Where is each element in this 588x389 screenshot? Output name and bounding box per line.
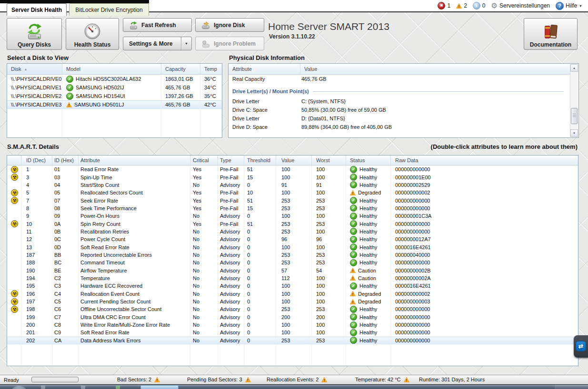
column-header-model[interactable]: Model <box>62 64 161 74</box>
column-header-flag[interactable] <box>7 156 21 165</box>
smart-row[interactable]: 194C2TemperatureNoAdvisory0112100!Cautio… <box>7 274 578 282</box>
column-header-temp[interactable]: Temp <box>200 64 222 74</box>
attr-type: Advisory <box>220 252 240 258</box>
smart-row[interactable]: 195C3Hardware ECC RecoveredNoAdvisory010… <box>7 282 578 290</box>
column-header-value[interactable]: Value <box>276 156 312 165</box>
error-count-group[interactable]: ✖ 1 <box>438 2 450 10</box>
scroll-up-button[interactable]: ▲ <box>570 64 578 72</box>
worst-value: 96 <box>316 236 322 242</box>
worst-value: 253 <box>316 252 325 258</box>
column-header-disk[interactable]: Disk▲ <box>7 64 62 74</box>
smart-row[interactable]: ☢196C4Reallocation Event CountNoAdvisory… <box>7 290 578 298</box>
settings-more-button[interactable]: Settings & More ▼ <box>123 37 192 50</box>
smart-row[interactable]: 200C8Write Error Rate/Multi-Zone Error R… <box>7 321 578 329</box>
taskbar-tray-area[interactable] <box>555 385 588 389</box>
column-header-raw-data[interactable]: Raw Data <box>391 156 578 165</box>
column-header-attribute[interactable]: Attribute <box>229 64 300 74</box>
smart-table-body: ☢101Read Error RateYesPre-Fail51100100✓H… <box>7 165 578 344</box>
info-count-group[interactable]: i 0 <box>473 2 486 10</box>
scrollbar[interactable]: ▲ ▼ <box>570 64 578 137</box>
column-header-status[interactable]: Status <box>346 156 391 165</box>
smart-row[interactable]: 199C7Ultra DMA CRC Error CountNoAdvisory… <box>7 313 578 321</box>
id-hex: 07 <box>54 198 60 204</box>
smart-row[interactable]: 188BCCommand TimeoutNoAdvisory0253253✓He… <box>7 259 578 266</box>
status-label: Healthy <box>359 314 377 320</box>
tab-server-disk-health[interactable]: Server Disk Health <box>7 3 67 16</box>
smart-row[interactable]: 909Power-On HoursNoAdvisory0100100✓Healt… <box>7 212 578 220</box>
id-hex: CA <box>54 338 61 343</box>
disk-row[interactable]: \\.\PHYSICALDRIVE2✓SAMSUNG HD154UI1397,2… <box>7 92 222 100</box>
app-version: Version 3.1.10.22 <box>269 33 315 40</box>
warning-count-group[interactable]: ! 2 <box>456 2 467 9</box>
taskbar-active-app-button[interactable] <box>140 385 179 389</box>
smart-row[interactable]: ☢303Spin-Up TimeYesPre-Fail15100100✓Heal… <box>7 173 578 181</box>
critical-flag: Yes <box>193 166 201 172</box>
smart-row[interactable]: 187BBReported Uncorrectable ErrorsNoAdvi… <box>7 251 578 259</box>
ignore-disk-button[interactable]: Ignore Disk <box>195 18 264 32</box>
taskbar-icon[interactable] <box>81 386 85 389</box>
smart-row[interactable]: 201C9Soft Read Error RateNoAdvisory01001… <box>7 329 578 336</box>
smart-row[interactable]: ☢707Seek Error RateYesPre-Fail51253253✓H… <box>7 196 578 204</box>
fast-refresh-button[interactable]: Fast Refresh <box>123 18 192 32</box>
windows-taskbar[interactable] <box>0 384 588 389</box>
scroll-thumb[interactable] <box>571 108 578 124</box>
column-header-threshold[interactable]: Threshold <box>244 156 276 165</box>
disk-row[interactable]: \\.\PHYSICALDRIVE0✓Hitachi HDS5C3020ALA6… <box>7 75 222 83</box>
column-header-id-dec[interactable]: ID (Dec) <box>21 156 52 165</box>
current-value: 91 <box>281 182 287 188</box>
health-status-button[interactable]: Health Status <box>66 18 119 50</box>
quickconnect-handle[interactable]: ⇄ <box>574 335 588 358</box>
column-header-capacity[interactable]: Capacity <box>161 64 200 74</box>
smart-row[interactable]: ☢101Read Error RateYesPre-Fail51100100✓H… <box>7 165 578 173</box>
smart-row[interactable]: 120CPower Cycle CountNoAdvisory09696✓Hea… <box>7 235 578 243</box>
server-settings-label: Servereinstellungen <box>499 2 550 9</box>
app-window: Server Disk Health BitLocker Drive Encry… <box>0 0 588 389</box>
smart-row[interactable]: 404Start/Stop CountNoAdvisory09191✓Healt… <box>7 181 578 189</box>
smart-row[interactable]: 190BEAirflow TemperatureNoAdvisory05754!… <box>7 266 578 274</box>
raw-data: 000000000000 <box>395 330 430 335</box>
statusbar-item: Pending Bad Sectors: 3! <box>187 377 251 382</box>
threshold-value: 0 <box>247 260 250 265</box>
tab-bitlocker-drive-encryption[interactable]: BitLocker Drive Encryption <box>69 3 149 16</box>
column-header-attribute[interactable]: Attribute <box>79 156 190 165</box>
smart-row[interactable]: 130DSoft Read Error RateNoAdvisory010010… <box>7 243 578 251</box>
smart-row[interactable]: ☢100ASpin Retry CountYesPre-Fail51253253… <box>7 220 578 227</box>
smart-row[interactable]: 202CAData Address Mark ErrorsNoAdvisory0… <box>7 337 578 344</box>
taskbar-icon[interactable] <box>116 386 120 389</box>
column-header-critical[interactable]: Critical <box>190 156 218 165</box>
threshold-value: 0 <box>247 252 250 258</box>
smart-table-header: ID (Dec)ID (Hex)AttributeCriticalTypeThr… <box>7 156 578 165</box>
disk-row[interactable]: \\.\PHYSICALDRIVE3!SAMSUNG HD501LJ465,76… <box>7 100 222 109</box>
disk-row[interactable]: \\.\PHYSICALDRIVE1✓SAMSUNG HD502IJ465,76… <box>7 83 222 92</box>
info-row[interactable]: Real Capacity465,76 GB <box>229 75 570 83</box>
statusbar-item-label: Runtime: 301 Days, 2 Hours <box>419 377 485 382</box>
settings-more-dropdown[interactable]: ▼ <box>181 37 191 50</box>
column-header-worst[interactable]: Worst <box>312 156 346 165</box>
smart-row[interactable]: 110BRecalibration RetriesNoAdvisory02531… <box>7 228 578 235</box>
info-row[interactable]: Drive D: Space89,88% (364,00 GB) free of… <box>229 123 570 131</box>
notification-area: ✖ 1 ! 2 i 0 ⚙ Servereinstellungen ? Hilf… <box>434 1 582 10</box>
documentation-button[interactable]: Documentation <box>524 18 578 50</box>
smart-row[interactable]: ☢505Reallocated Sectors CountYesPre-Fail… <box>7 189 578 196</box>
smart-row[interactable]: ☢197C5Current Pending Sector CountNoAdvi… <box>7 298 578 305</box>
help-menu[interactable]: ? Hilfe ▼ <box>556 2 582 10</box>
server-settings-link[interactable]: ⚙ Servereinstellungen <box>491 2 550 10</box>
id-dec: 200 <box>26 322 35 328</box>
id-dec: 201 <box>26 330 35 335</box>
disk-capacity: 465,76 GB <box>165 85 190 90</box>
info-row[interactable]: Drive LetterD: {Data01, NTFS} <box>229 114 570 123</box>
taskbar-icon[interactable] <box>41 386 45 389</box>
smart-row[interactable]: ☢198C6Offline Uncorrectable Sector Count… <box>7 305 578 313</box>
smart-row[interactable]: 808Seek Time PerformanceYesPre-Fail15253… <box>7 204 578 212</box>
scroll-down-button[interactable]: ▼ <box>570 129 578 137</box>
start-orb-icon[interactable] <box>10 386 28 389</box>
column-header-value[interactable]: Value <box>300 64 570 74</box>
column-header-type[interactable]: Type <box>218 156 244 165</box>
query-disks-button[interactable]: Query Disks <box>7 18 62 50</box>
info-row[interactable]: Drive C: Space50,85% (30,00 GB) free of … <box>229 106 570 114</box>
attribute-name: Start/Stop Count <box>80 182 119 188</box>
current-value: 100 <box>281 299 290 304</box>
info-row[interactable]: Drive LetterC: {System, NTFS} <box>229 97 570 106</box>
column-header-id-hex[interactable]: ID (Hex) <box>52 156 79 165</box>
id-hex: BB <box>54 252 61 258</box>
